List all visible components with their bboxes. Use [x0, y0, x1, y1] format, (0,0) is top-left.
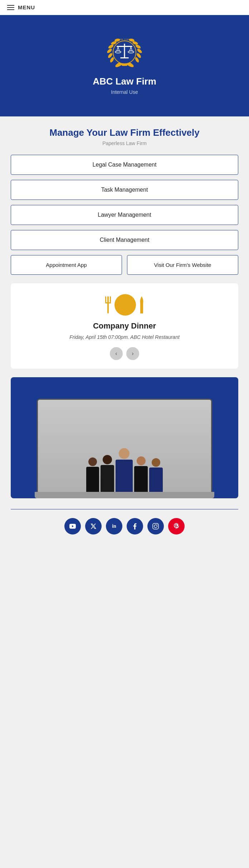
svg-point-33: [157, 524, 158, 525]
menu-label: MENU: [18, 4, 35, 10]
legal-case-button[interactable]: Legal Case Management: [11, 155, 238, 175]
laptop-base: [35, 492, 214, 498]
svg-point-32: [154, 525, 157, 528]
appointment-app-button[interactable]: Appointment App: [11, 255, 122, 275]
svg-point-8: [136, 48, 142, 54]
svg-point-3: [108, 44, 114, 49]
event-card: Company Dinner Friday, April 15th 07:00p…: [11, 283, 238, 369]
social-row: in: [11, 518, 238, 549]
hero-section: LAW FIRM ABC Law Firm Internal Use: [0, 15, 249, 116]
main-title: Manage Your Law Firm Effectively: [11, 127, 238, 138]
event-title: Company Dinner: [18, 321, 231, 331]
svg-point-9: [135, 44, 141, 49]
pinterest-button[interactable]: [168, 518, 185, 534]
lawyer-management-button[interactable]: Lawyer Management: [11, 205, 238, 225]
half-button-row: Appointment App Visit Our Firm's Website: [11, 255, 238, 275]
carousel-next-button[interactable]: ›: [126, 347, 139, 360]
menu-button[interactable]: [7, 5, 14, 10]
svg-rect-17: [120, 57, 129, 58]
top-nav: MENU: [0, 0, 249, 15]
main-subtitle: Paperless Law Firm: [11, 140, 238, 146]
svg-text:LAW FIRM: LAW FIRM: [118, 38, 131, 40]
facebook-button[interactable]: [127, 518, 143, 534]
svg-point-6: [135, 57, 140, 63]
firm-subtitle: Internal Use: [111, 89, 138, 95]
linkedin-button[interactable]: in: [106, 518, 122, 534]
svg-point-2: [106, 48, 112, 54]
task-management-button[interactable]: Task Management: [11, 180, 238, 200]
svg-rect-29: [105, 302, 111, 303]
instagram-button[interactable]: [147, 518, 164, 534]
main-content: Manage Your Law Firm Effectively Paperle…: [0, 116, 249, 556]
svg-point-0: [109, 57, 115, 63]
event-date: Friday, April 15th 07:00pm. ABC Hotel Re…: [18, 334, 231, 340]
divider: [11, 509, 238, 509]
firm-logo: LAW FIRM: [103, 33, 146, 76]
team-photo: [37, 399, 212, 492]
carousel-prev-button[interactable]: ‹: [110, 347, 123, 360]
dinner-icon: [18, 294, 231, 316]
svg-rect-27: [105, 296, 106, 303]
svg-rect-18: [117, 46, 132, 47]
firm-name: ABC Law Firm: [93, 76, 156, 87]
carousel-controls: ‹ ›: [18, 347, 231, 360]
youtube-button[interactable]: [64, 518, 81, 534]
svg-rect-31: [153, 523, 158, 529]
client-management-button[interactable]: Client Management: [11, 230, 238, 250]
team-section: [11, 377, 238, 498]
twitter-x-button[interactable]: [85, 518, 102, 534]
svg-rect-30: [107, 303, 109, 313]
svg-rect-28: [110, 296, 111, 303]
visit-website-button[interactable]: Visit Our Firm's Website: [127, 255, 238, 275]
